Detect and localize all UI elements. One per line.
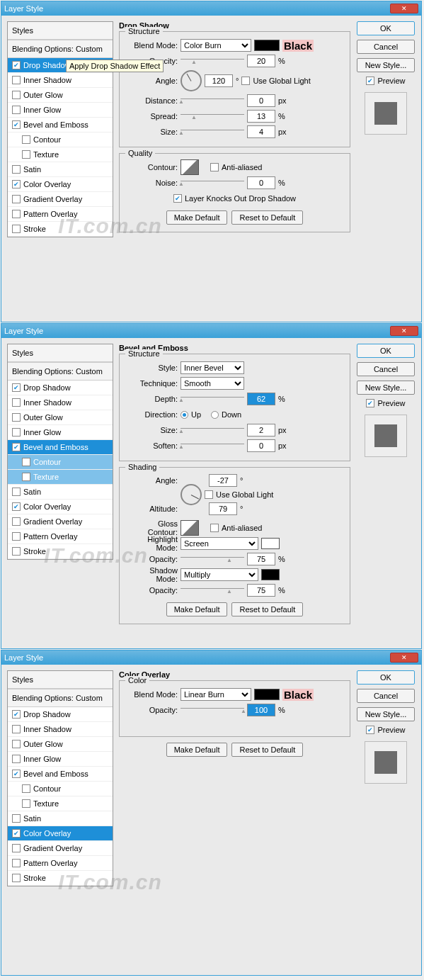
style-item-bevel-and-emboss[interactable]: Bevel and Emboss bbox=[8, 440, 113, 455]
preview-checkbox[interactable] bbox=[366, 399, 374, 407]
opacity-input[interactable] bbox=[247, 704, 275, 716]
style-checkbox[interactable] bbox=[22, 458, 30, 466]
technique-select[interactable]: Smooth bbox=[181, 377, 244, 390]
style-item-inner-shadow[interactable]: Inner Shadow bbox=[8, 395, 113, 410]
style-checkbox[interactable] bbox=[12, 755, 21, 763]
style-item-inner-glow[interactable]: Inner Glow bbox=[8, 425, 113, 440]
style-item-color-overlay[interactable]: Color Overlay bbox=[8, 500, 113, 514]
angle-dial[interactable] bbox=[181, 484, 202, 505]
opacity-slider[interactable] bbox=[181, 59, 244, 67]
style-item-color-overlay[interactable]: Color Overlay bbox=[8, 826, 113, 841]
new-style-button[interactable]: New Style... bbox=[357, 381, 415, 395]
depth-slider[interactable] bbox=[181, 397, 244, 405]
style-item-texture[interactable]: Texture bbox=[8, 147, 113, 162]
direction-down-radio[interactable] bbox=[211, 411, 219, 419]
distance-input[interactable] bbox=[247, 94, 275, 107]
shadow-mode-select[interactable]: Multiply bbox=[181, 568, 258, 581]
style-checkbox[interactable] bbox=[12, 547, 21, 556]
style-item-gradient-overlay[interactable]: Gradient Overlay bbox=[8, 514, 113, 529]
close-icon[interactable]: ✕ bbox=[390, 326, 418, 336]
opacity-input[interactable] bbox=[247, 55, 275, 67]
styles-header[interactable]: Styles bbox=[8, 22, 113, 40]
style-item-contour[interactable]: Contour bbox=[8, 133, 113, 147]
style-item-color-overlay[interactable]: Color Overlay bbox=[8, 177, 113, 192]
reset-default-button[interactable]: Reset to Default bbox=[231, 602, 303, 616]
titlebar[interactable]: Layer Style ✕ bbox=[1, 650, 421, 665]
anti-aliased-checkbox[interactable] bbox=[210, 163, 219, 171]
style-checkbox[interactable] bbox=[12, 770, 21, 778]
style-checkbox[interactable] bbox=[12, 814, 21, 823]
style-item-inner-glow[interactable]: Inner Glow bbox=[8, 103, 113, 118]
style-checkbox[interactable] bbox=[12, 165, 21, 174]
noise-slider[interactable] bbox=[181, 181, 244, 189]
make-default-button[interactable]: Make Default bbox=[166, 602, 228, 616]
direction-up-radio[interactable] bbox=[181, 411, 188, 419]
soften-input[interactable] bbox=[247, 439, 275, 452]
style-checkbox[interactable] bbox=[12, 180, 21, 188]
style-checkbox[interactable] bbox=[22, 799, 30, 808]
style-item-stroke[interactable]: Stroke bbox=[8, 544, 113, 559]
ok-button[interactable]: OK bbox=[357, 670, 415, 685]
soften-slider[interactable] bbox=[181, 444, 244, 452]
style-checkbox[interactable] bbox=[12, 725, 21, 733]
blending-options[interactable]: Blending Options: Custom bbox=[8, 40, 113, 58]
style-item-outer-glow[interactable]: Outer Glow bbox=[8, 737, 113, 752]
titlebar[interactable]: Layer Style ✕ bbox=[1, 324, 421, 338]
style-item-pattern-overlay[interactable]: Pattern Overlay bbox=[8, 856, 113, 871]
highlight-color-swatch[interactable] bbox=[261, 538, 280, 549]
style-checkbox[interactable] bbox=[12, 829, 21, 838]
style-checkbox[interactable] bbox=[12, 710, 21, 719]
ok-button[interactable]: OK bbox=[357, 21, 415, 35]
style-checkbox[interactable] bbox=[12, 225, 21, 233]
style-item-bevel-and-emboss[interactable]: Bevel and Emboss bbox=[8, 767, 113, 782]
make-default-button[interactable]: Make Default bbox=[166, 743, 228, 757]
style-checkbox[interactable] bbox=[12, 413, 21, 422]
spread-input[interactable] bbox=[247, 110, 275, 123]
style-item-outer-glow[interactable]: Outer Glow bbox=[8, 88, 113, 103]
style-checkbox[interactable] bbox=[22, 150, 30, 159]
style-item-contour[interactable]: Contour bbox=[8, 455, 113, 470]
gloss-contour-picker[interactable] bbox=[181, 520, 199, 536]
blend-mode-select[interactable]: Color Burn bbox=[181, 39, 251, 52]
spread-slider[interactable] bbox=[181, 114, 244, 123]
new-style-button[interactable]: New Style... bbox=[357, 58, 415, 72]
style-checkbox[interactable] bbox=[12, 859, 21, 867]
style-checkbox[interactable] bbox=[12, 61, 21, 69]
style-checkbox[interactable] bbox=[12, 383, 21, 392]
style-checkbox[interactable] bbox=[12, 91, 21, 99]
close-icon[interactable]: ✕ bbox=[390, 4, 418, 13]
style-item-pattern-overlay[interactable]: Pattern Overlay bbox=[8, 529, 113, 544]
highlight-mode-select[interactable]: Screen bbox=[181, 537, 258, 550]
cancel-button[interactable]: Cancel bbox=[357, 362, 415, 376]
size-slider[interactable] bbox=[181, 130, 244, 138]
size-slider[interactable] bbox=[181, 428, 244, 437]
style-checkbox[interactable] bbox=[12, 398, 21, 407]
ok-button[interactable]: OK bbox=[357, 344, 415, 358]
make-default-button[interactable]: Make Default bbox=[166, 210, 228, 225]
blend-mode-select[interactable]: Linear Burn bbox=[181, 688, 251, 701]
cancel-button[interactable]: Cancel bbox=[357, 689, 415, 703]
style-item-outer-glow[interactable]: Outer Glow bbox=[8, 410, 113, 425]
style-item-drop-shadow[interactable]: Drop Shadow bbox=[8, 381, 113, 395]
titlebar[interactable]: Layer Style ✕ bbox=[1, 1, 421, 16]
new-style-button[interactable]: New Style... bbox=[357, 707, 415, 721]
style-item-stroke[interactable]: Stroke bbox=[8, 871, 113, 886]
size-input[interactable] bbox=[247, 125, 275, 138]
angle-input[interactable] bbox=[209, 474, 237, 487]
angle-input[interactable] bbox=[205, 74, 233, 87]
style-item-satin[interactable]: Satin bbox=[8, 485, 113, 500]
style-item-texture[interactable]: Texture bbox=[8, 470, 113, 485]
style-checkbox[interactable] bbox=[22, 784, 30, 793]
style-item-drop-shadow[interactable]: Drop Shadow bbox=[8, 707, 113, 722]
preview-checkbox[interactable] bbox=[366, 77, 374, 85]
size-input[interactable] bbox=[247, 424, 275, 437]
depth-input[interactable] bbox=[247, 393, 275, 405]
style-checkbox[interactable] bbox=[12, 502, 21, 511]
style-checkbox[interactable] bbox=[12, 443, 21, 451]
style-item-satin[interactable]: Satin bbox=[8, 162, 113, 177]
style-checkbox[interactable] bbox=[12, 532, 21, 541]
shadow-opacity-slider[interactable] bbox=[181, 588, 244, 597]
global-light-checkbox[interactable] bbox=[241, 77, 250, 85]
style-checkbox[interactable] bbox=[12, 428, 21, 437]
style-checkbox[interactable] bbox=[12, 740, 21, 748]
